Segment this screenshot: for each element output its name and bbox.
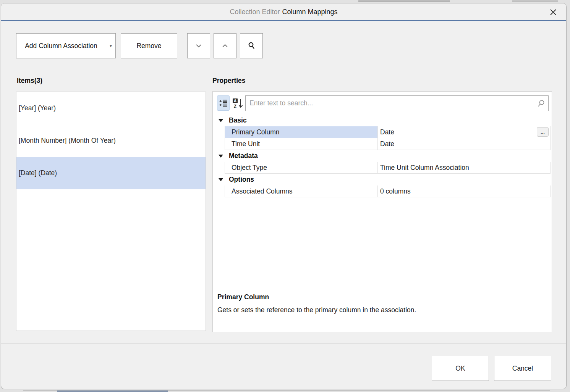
cancel-button[interactable]: Cancel (494, 356, 551, 381)
property-value: 0 columns (380, 187, 411, 195)
alphabetical-sort-button[interactable]: A Z (231, 96, 245, 110)
property-value-cell[interactable]: 0 columns (378, 186, 550, 197)
properties-header: Properties (212, 77, 246, 85)
list-item-label: [Year] (Year) (19, 104, 56, 112)
property-description: Primary Column Gets or sets the referenc… (217, 293, 546, 314)
property-name: Time Unit (232, 140, 260, 148)
property-value: Date (380, 128, 394, 136)
items-listbox: [Year] (Year) [Month Number] (Month Of Y… (16, 92, 206, 331)
svg-text:Z: Z (234, 104, 236, 109)
collection-editor-dialog: Collection EditorColumn Mappings Add Col… (1, 3, 567, 389)
alphabetical-sort-icon: A Z (232, 98, 244, 109)
dropdown-arrow-icon: ▾ (110, 44, 112, 48)
property-value-cell[interactable]: Date (378, 138, 550, 150)
property-row-associated-columns: Associated Columns 0 columns (213, 186, 552, 197)
property-grid-rows: Basic Primary Column Date ... (213, 115, 552, 197)
property-search-input[interactable] (246, 96, 548, 111)
close-icon (549, 8, 558, 17)
list-item[interactable]: [Year] (Year) (16, 92, 206, 124)
chevron-down-icon (195, 44, 202, 48)
remove-button[interactable]: Remove (121, 33, 177, 58)
remove-button-label: Remove (136, 42, 161, 50)
property-name: Primary Column (232, 128, 279, 136)
list-item[interactable]: [Month Number] (Month Of Year) (16, 124, 206, 157)
list-item-selected[interactable]: [Date] (Date) (16, 157, 206, 189)
dialog-title: Collection EditorColumn Mappings (230, 8, 337, 16)
list-item-label: [Month Number] (Month Of Year) (19, 137, 116, 145)
category-expanded-icon[interactable] (219, 119, 223, 122)
category-label: Metadata (229, 152, 258, 160)
svg-text:A: A (234, 98, 237, 103)
property-name: Object Type (232, 164, 267, 172)
categorized-view-button[interactable] (217, 95, 230, 111)
dialog-title-prefix: Collection Editor (230, 8, 280, 16)
move-up-button[interactable] (214, 33, 236, 58)
property-row-time-unit: Time Unit Date (213, 138, 552, 150)
property-name-cell[interactable]: Associated Columns (225, 186, 378, 197)
category-row-basic[interactable]: Basic (213, 115, 552, 126)
category-label: Basic (229, 116, 247, 124)
property-description-text: Gets or sets the reference to the primar… (217, 306, 546, 314)
find-button[interactable] (240, 33, 263, 58)
property-value-cell[interactable]: Date ... (378, 126, 550, 138)
add-button-label: Add Column Association (25, 42, 97, 50)
dialog-title-main: Column Mappings (282, 8, 337, 16)
property-description-title: Primary Column (217, 293, 546, 301)
categorized-view-icon (219, 98, 228, 108)
footer-divider (1, 343, 566, 344)
property-row-primary-column: Primary Column Date ... (213, 126, 552, 138)
property-value: Time Unit Column Association (380, 164, 469, 172)
property-name-cell[interactable]: Time Unit (225, 138, 378, 150)
ellipsis-button[interactable]: ... (537, 127, 549, 137)
cancel-button-label: Cancel (512, 365, 533, 372)
category-label: Options (229, 176, 254, 184)
background-window-fragment (358, 0, 450, 2)
property-grid: A Z Basic (212, 91, 552, 332)
magnifier-icon (247, 41, 256, 50)
move-down-button[interactable] (187, 33, 210, 58)
add-column-association-button[interactable]: Add Column Association (16, 34, 106, 58)
list-item-label: [Date] (Date) (19, 169, 57, 177)
close-button[interactable] (546, 5, 560, 19)
ok-button[interactable]: OK (432, 356, 489, 381)
category-expanded-icon[interactable] (219, 155, 223, 158)
property-value-cell[interactable]: Time Unit Column Association (378, 162, 550, 173)
property-row-object-type: Object Type Time Unit Column Association (213, 162, 552, 174)
chevron-up-icon (222, 44, 228, 48)
property-search-box (245, 95, 549, 111)
background-window-fragment (512, 0, 558, 2)
category-expanded-icon[interactable] (219, 178, 223, 181)
property-name-cell[interactable]: Object Type (225, 162, 378, 173)
property-name-cell[interactable]: Primary Column (225, 126, 378, 138)
property-name: Associated Columns (232, 187, 293, 195)
background-window-fragment (57, 390, 168, 392)
category-row-options[interactable]: Options (213, 174, 552, 186)
add-button-dropdown[interactable]: ▾ (106, 34, 115, 58)
ellipsis-icon: ... (541, 129, 545, 135)
dialog-titlebar[interactable]: Collection EditorColumn Mappings (1, 3, 566, 21)
items-header: Items(3) (17, 77, 42, 85)
add-column-association-split-button: Add Column Association ▾ (16, 33, 116, 58)
property-grid-toolbar: A Z (213, 92, 552, 115)
ok-button-label: OK (455, 365, 465, 372)
category-row-metadata[interactable]: Metadata (213, 150, 552, 162)
property-value: Date (380, 140, 394, 148)
search-icon[interactable] (536, 99, 546, 108)
